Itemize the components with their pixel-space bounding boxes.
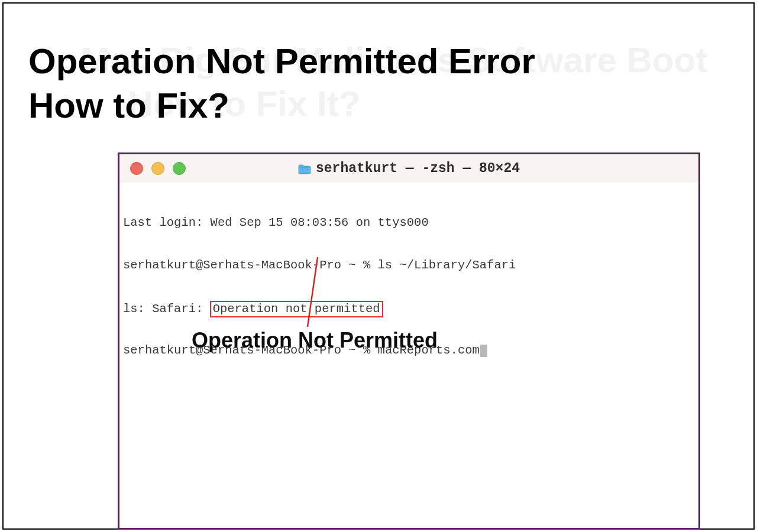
page-frame: Mac Big Sur Malicious Software Boot How … [2, 2, 755, 530]
terminal-cursor [480, 345, 487, 357]
traffic-lights [130, 162, 186, 175]
page-title: Operation Not Permitted Error How to Fix… [28, 39, 535, 128]
error-prefix: ls: Safari: [123, 302, 211, 316]
callout-label: Operation Not Permitted [192, 333, 438, 348]
close-icon[interactable] [130, 162, 143, 175]
page-title-line-2: How to Fix? [28, 86, 229, 125]
minimize-icon[interactable] [151, 162, 164, 175]
terminal-line-error: ls: Safari: Operation not permitted [123, 301, 695, 315]
window-title-bar: serhatkurt — -zsh — 80×24 [119, 154, 698, 183]
zoom-icon[interactable] [173, 162, 186, 175]
window-title-text: serhatkurt — -zsh — 80×24 [316, 161, 520, 176]
window-title: serhatkurt — -zsh — 80×24 [119, 161, 698, 176]
terminal-body[interactable]: Last login: Wed Sep 15 08:03:56 on ttys0… [119, 183, 698, 443]
folder-icon [298, 163, 311, 174]
page-title-line-1: Operation Not Permitted Error [28, 41, 535, 81]
terminal-line-command-1: serhatkurt@Serhats-MacBook-Pro ~ % ls ~/… [123, 258, 695, 273]
terminal-line-login: Last login: Wed Sep 15 08:03:56 on ttys0… [123, 216, 695, 230]
error-text: Operation not permitted [213, 302, 380, 316]
terminal-window: serhatkurt — -zsh — 80×24 Last login: We… [118, 153, 700, 530]
error-highlight-box: Operation not permitted [210, 301, 383, 317]
